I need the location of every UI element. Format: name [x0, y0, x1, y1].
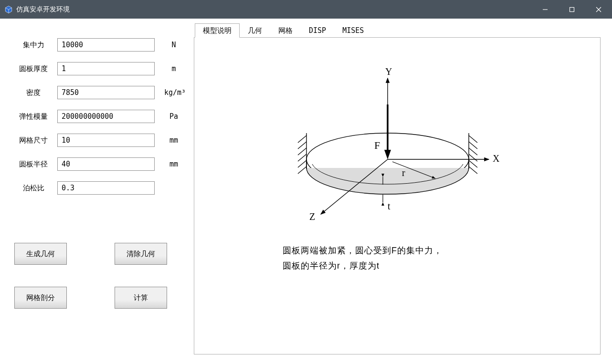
input-elastic-modulus[interactable]: [57, 110, 155, 123]
parameter-form: 集中力 N 圆板厚度 m 密度 kg/m³ 弹性模量 Pa 网格尺寸: [10, 33, 184, 200]
row-radius: 圆板半径 mm: [10, 152, 184, 176]
generate-geometry-button[interactable]: 生成几何: [14, 243, 67, 265]
mesh-button[interactable]: 网格剖分: [14, 287, 67, 309]
fixed-support-left-icon: [298, 133, 306, 174]
label-radius: 圆板半径: [10, 160, 57, 169]
window-title-bar: 仿真安卓开发环境: [0, 0, 612, 19]
svg-line-25: [469, 135, 477, 143]
tab-geometry[interactable]: 几何: [240, 23, 270, 38]
input-force[interactable]: [57, 38, 155, 52]
force-label: F: [374, 139, 380, 151]
unit-density: kg/m³: [155, 88, 183, 97]
input-density[interactable]: [57, 86, 155, 99]
svg-line-20: [298, 148, 306, 155]
label-force: 集中力: [10, 41, 57, 50]
fixed-support-right-icon: [469, 133, 477, 174]
app-icon: [4, 5, 13, 14]
input-poisson[interactable]: [57, 181, 155, 195]
compute-button[interactable]: 计算: [115, 287, 167, 309]
tab-mises[interactable]: MISES: [334, 23, 372, 38]
label-poisson: 泊松比: [10, 184, 57, 193]
tab-model-desc[interactable]: 模型说明: [195, 23, 240, 38]
row-elastic-modulus: 弹性模量 Pa: [10, 104, 184, 128]
result-panel: 模型说明 几何 网格 DISP MISES: [194, 19, 612, 364]
svg-line-27: [469, 148, 477, 155]
tab-bar: 模型说明 几何 网格 DISP MISES: [195, 23, 601, 38]
svg-line-22: [298, 160, 306, 167]
y-axis-label: Y: [385, 66, 392, 77]
row-density: 密度 kg/m³: [10, 81, 184, 104]
minimize-button[interactable]: [532, 0, 559, 19]
input-mesh-size[interactable]: [57, 134, 155, 147]
unit-mesh-size: mm: [155, 136, 183, 145]
row-mesh-size: 网格尺寸 mm: [10, 128, 184, 152]
x-axis-label: X: [493, 153, 500, 164]
tab-disp[interactable]: DISP: [301, 23, 334, 38]
thickness-label: t: [388, 201, 390, 211]
input-thickness[interactable]: [57, 62, 155, 75]
model-diagram: Y F X: [194, 38, 600, 354]
unit-thickness: m: [155, 64, 183, 73]
maximize-button[interactable]: [559, 0, 585, 19]
z-axis-label: Z: [309, 211, 315, 222]
label-density: 密度: [10, 88, 57, 97]
svg-line-19: [298, 142, 306, 149]
svg-line-30: [469, 166, 477, 174]
svg-line-23: [298, 166, 306, 174]
row-thickness: 圆板厚度 m: [10, 57, 184, 81]
row-force: 集中力 N: [10, 33, 184, 57]
label-mesh-size: 网格尺寸: [10, 136, 57, 145]
svg-line-18: [298, 135, 306, 143]
svg-rect-3: [570, 7, 574, 11]
radius-label: r: [402, 167, 405, 178]
svg-line-28: [469, 154, 477, 161]
window-controls: [532, 0, 612, 19]
svg-marker-8: [384, 150, 391, 159]
row-poisson: 泊松比: [10, 176, 184, 200]
model-caption: 圆板两端被加紧，圆心受到F的集中力， 圆板的半径为r，厚度为t: [283, 243, 512, 273]
tab-mesh[interactable]: 网格: [270, 23, 301, 38]
title-left: 仿真安卓开发环境: [4, 5, 70, 14]
caption-line-2: 圆板的半径为r，厚度为t: [283, 258, 512, 273]
svg-line-29: [469, 160, 477, 167]
input-radius[interactable]: [57, 157, 155, 171]
svg-line-21: [298, 154, 306, 161]
disc-diagram-svg: Y F X: [292, 66, 502, 233]
action-button-group: 生成几何 清除几何 网格剖分 计算: [10, 243, 184, 309]
tab-content-model-desc: Y F X: [194, 37, 601, 354]
svg-line-26: [469, 142, 477, 149]
close-button[interactable]: [585, 0, 612, 19]
unit-radius: mm: [155, 160, 183, 168]
caption-line-1: 圆板两端被加紧，圆心受到F的集中力，: [283, 243, 512, 258]
app-body: 集中力 N 圆板厚度 m 密度 kg/m³ 弹性模量 Pa 网格尺寸: [0, 19, 612, 364]
clear-geometry-button[interactable]: 清除几何: [115, 243, 167, 265]
window-title: 仿真安卓开发环境: [16, 5, 70, 14]
unit-elastic-modulus: Pa: [155, 112, 183, 121]
label-elastic-modulus: 弹性模量: [10, 112, 57, 121]
label-thickness: 圆板厚度: [10, 64, 57, 73]
unit-force: N: [155, 41, 183, 49]
parameter-panel: 集中力 N 圆板厚度 m 密度 kg/m³ 弹性模量 Pa 网格尺寸: [0, 19, 194, 364]
